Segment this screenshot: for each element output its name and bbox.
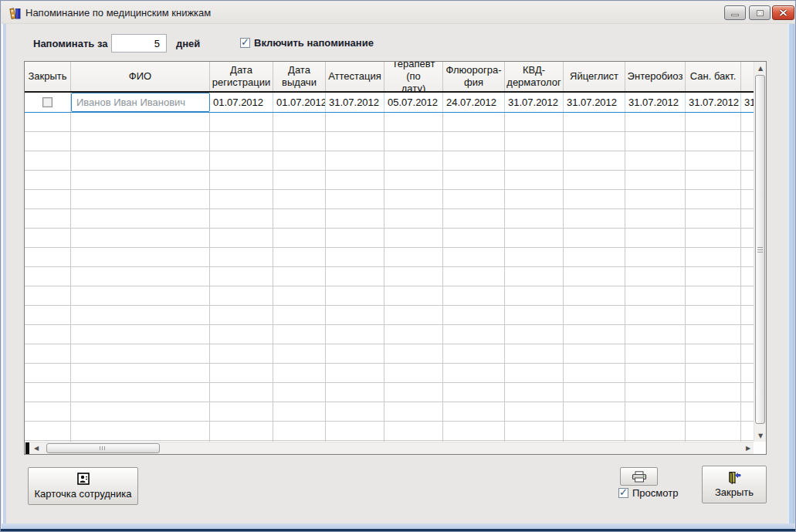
grid-vertical-line — [563, 113, 564, 442]
printer-icon — [632, 471, 647, 483]
checkmark-icon[interactable] — [618, 488, 628, 498]
column-header[interactable]: Флюорогра- фия — [443, 62, 505, 91]
days-input[interactable] — [111, 34, 167, 53]
grid-vertical-line — [209, 113, 210, 442]
minimize-icon — [731, 14, 739, 16]
exit-door-icon — [727, 471, 741, 484]
employee-card-label: Карточка сотрудника — [34, 488, 131, 500]
close-dialog-label: Закрыть — [715, 486, 754, 498]
row-cell[interactable] — [25, 93, 71, 112]
column-header[interactable]: Дата выдачи — [273, 62, 326, 91]
days-label: дней — [176, 38, 200, 49]
close-dialog-button[interactable]: Закрыть — [702, 466, 767, 503]
grid-vertical-line — [625, 113, 625, 442]
maximize-button[interactable] — [749, 5, 771, 20]
scroll-left-icon[interactable]: ◀ — [31, 442, 42, 454]
grid-vertical-line — [70, 113, 71, 442]
scroll-up-icon[interactable]: ▲ — [754, 62, 767, 74]
grid-vertical-line — [384, 113, 384, 442]
print-button[interactable] — [620, 467, 658, 486]
grid-row[interactable]: Иванов Иван Иванович01.07.201201.07.2012… — [25, 93, 754, 113]
preview-checkbox[interactable]: Просмотр — [618, 487, 678, 499]
grid-body — [25, 113, 754, 442]
window-frame-shadow — [1, 529, 795, 531]
grid-vertical-line — [273, 113, 273, 442]
row-cell[interactable]: 31.07.2012 — [326, 93, 384, 112]
grid-left-marker — [25, 442, 29, 454]
close-icon — [779, 9, 788, 16]
remind-for-label: Напоминать за — [33, 38, 107, 49]
row-cell[interactable]: 01.07.2012 — [210, 93, 273, 112]
enable-reminder-label: Включить напоминание — [254, 37, 374, 49]
preview-label: Просмотр — [632, 487, 678, 499]
books-icon — [9, 7, 22, 19]
row-cell[interactable]: 24.07.2012 — [443, 93, 505, 112]
close-window-button[interactable] — [772, 5, 794, 20]
column-header[interactable]: ЛС — [741, 62, 754, 91]
row-cell[interactable]: 31.07.2012 — [564, 93, 625, 112]
row-close-checkbox[interactable] — [42, 97, 53, 107]
window-frame-right — [788, 2, 794, 529]
maximize-icon — [757, 10, 764, 16]
minimize-button[interactable] — [724, 5, 746, 20]
scroll-down-icon[interactable]: ▼ — [754, 429, 767, 442]
window-frame-left — [2, 2, 6, 529]
column-header[interactable]: Терапевт (по дату) — [384, 62, 443, 91]
row-cell[interactable]: 31.07.2012 — [505, 93, 564, 112]
vertical-scrollbar[interactable]: ▲ ▼ — [754, 62, 766, 442]
row-cell[interactable]: Иванов Иван Иванович — [71, 93, 210, 112]
thumb-grip — [757, 247, 763, 252]
grid-vertical-line — [325, 113, 326, 442]
person-card-icon — [77, 473, 90, 485]
dialog-window: Напоминание по медицинским книжкам Напом… — [0, 0, 796, 532]
vertical-scrollbar-thumb[interactable] — [755, 75, 765, 424]
row-cell[interactable]: 31.07.2012 — [625, 93, 686, 112]
column-header[interactable]: Аттестация — [326, 62, 384, 91]
column-header[interactable]: ФИО — [71, 62, 210, 91]
column-header[interactable]: Закрыть — [25, 62, 71, 91]
row-cell[interactable]: 01.07.2012 — [273, 93, 326, 112]
horizontal-scrollbar-thumb[interactable] — [46, 443, 160, 453]
row-cell[interactable]: 31.07.2012 — [686, 93, 741, 112]
titlebar[interactable]: Напоминание по медицинским книжкам — [2, 2, 794, 24]
column-header[interactable]: КВД- дерматолог — [505, 62, 564, 91]
row-cell[interactable]: 05.07.2012 — [384, 93, 443, 112]
column-header[interactable]: Яйцеглист — [564, 62, 625, 91]
column-header[interactable]: Дата регистрации — [210, 62, 273, 91]
row-cell[interactable]: 31.07.2012 — [741, 93, 754, 112]
scrollbar-corner — [754, 442, 767, 454]
employee-card-button[interactable]: Карточка сотрудника — [28, 467, 138, 505]
grid-vertical-line — [740, 113, 741, 442]
column-header[interactable]: Энтеробиоз — [625, 62, 686, 91]
grid-header: ЗакрытьФИОДата регистрацииДата выдачиАтт… — [25, 62, 754, 93]
scroll-right-icon[interactable]: ▶ — [743, 442, 754, 454]
checkmark-icon[interactable] — [240, 38, 250, 48]
window-title: Напоминание по медицинским книжкам — [25, 2, 211, 24]
window-frame-bottom — [2, 524, 794, 529]
column-header[interactable]: Сан. бакт. — [686, 62, 741, 91]
enable-reminder-checkbox[interactable]: Включить напоминание — [240, 37, 374, 49]
horizontal-scrollbar[interactable]: ◀ ▶ — [25, 442, 754, 454]
grid-vertical-line — [685, 113, 686, 442]
grid-vertical-line — [504, 113, 505, 442]
data-grid: ЗакрытьФИОДата регистрацииДата выдачиАтт… — [24, 61, 767, 455]
thumb-grip — [100, 446, 107, 450]
grid-vertical-line — [442, 113, 443, 442]
